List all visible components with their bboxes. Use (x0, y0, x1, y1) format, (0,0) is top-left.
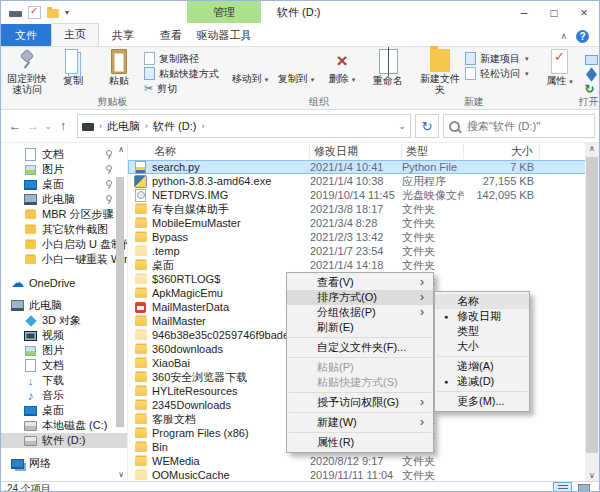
breadcrumb-this-pc[interactable]: 此电脑 (107, 119, 140, 134)
scroll-down-icon[interactable]: ∨ (585, 471, 599, 480)
tab-file[interactable]: 文件 (1, 24, 51, 46)
sidebar-item-网络[interactable]: 网络 (1, 456, 127, 471)
file-row[interactable]: .temp2021/1/7 23:54文件夹 (128, 244, 599, 258)
scrollbar-thumb[interactable] (586, 157, 598, 453)
sidebar-item-其它软件截图[interactable]: 其它软件截图 (1, 222, 127, 237)
file-row[interactable]: search.py2021/1/4 10:41Python File7 KB (128, 160, 599, 174)
drive-icon[interactable] (9, 11, 22, 17)
sidebar-scrollbar[interactable]: ∧ ∨ (114, 143, 126, 481)
ribbon-button[interactable]: 复制到 ▾ (273, 48, 319, 85)
file-row[interactable]: 桌面2021/1/4 14:18文件夹 (128, 258, 599, 272)
sidebar-item-音乐[interactable]: ♪音乐 (1, 388, 127, 403)
menu-item-自定义文件夹(F)...[interactable]: 自定义文件夹(F)... (287, 340, 433, 355)
maximize-button[interactable]: □ (539, 1, 569, 25)
ribbon-button[interactable]: 复制 (50, 48, 96, 86)
sidebar-item-此电脑[interactable]: 此电脑 (1, 298, 127, 313)
scroll-up-icon[interactable]: ∧ (118, 145, 124, 154)
ribbon-button[interactable]: 移动到 ▾ (227, 48, 273, 85)
sidebar-item-小白一键重装 Win10[interactable]: 小白一键重装 Win10 (1, 252, 127, 267)
close-button[interactable]: × (569, 1, 599, 25)
file-row[interactable]: python-3.8.3-amd64.exe2021/1/4 10:38应用程序… (128, 174, 599, 188)
submenu-item-递增(A)[interactable]: 递增(A) (435, 359, 529, 374)
back-icon[interactable]: ← (7, 119, 23, 133)
ribbon-button[interactable]: 粘贴快捷方式 (142, 66, 221, 81)
address-dropdown-caret-icon[interactable]: ⌄ (398, 121, 406, 131)
refresh-button[interactable]: ↻ (415, 114, 439, 138)
tab-drive-tools[interactable]: 驱动器工具 (187, 24, 261, 46)
recent-locations-caret-icon[interactable]: ⌄ (43, 122, 53, 131)
column-header-大小[interactable]: 大小 (464, 144, 540, 159)
submenu-item-修改日期[interactable]: 修改日期● (435, 309, 529, 324)
sidebar-item-本地磁盘 (C:)[interactable]: 本地磁盘 (C:) (1, 418, 127, 433)
scroll-up-icon[interactable]: ∧ (585, 144, 599, 153)
search-input[interactable] (465, 119, 589, 133)
sidebar-item-图片[interactable]: 图片 (1, 162, 127, 177)
sidebar-item-软件 (D:)[interactable]: 软件 (D:) (1, 433, 127, 448)
ribbon-button[interactable]: 复制路径 (142, 51, 221, 66)
minimize-button[interactable]: – (509, 1, 539, 25)
breadcrumb[interactable]: › 此电脑 › 软件 (D:) › ⌄ (77, 114, 411, 138)
tab-share[interactable]: 共享 (99, 24, 147, 46)
ribbon-button[interactable]: 新建项目▾ (463, 51, 531, 66)
menu-item-新建(W)[interactable]: 新建(W)› (287, 415, 433, 430)
details-view-button[interactable] (553, 482, 572, 492)
ribbon-button[interactable]: 打开▾ (583, 51, 600, 66)
tab-home[interactable]: 主页 (51, 23, 99, 46)
file-row[interactable]: 有专自媒体助手2021/3/8 18:17文件夹 (128, 202, 599, 216)
submenu-item-递减(D)[interactable]: 递减(D)● (435, 374, 529, 389)
sidebar-item-OneDrive[interactable]: ☁OneDrive (1, 275, 127, 290)
file-row[interactable]: OOMusicCache2019/11/11 11:04文件夹 (128, 468, 599, 481)
sidebar-item-图片[interactable]: 图片 (1, 343, 127, 358)
properties-shortcut-icon[interactable] (28, 6, 41, 19)
column-header-类型[interactable]: 类型 (402, 144, 464, 159)
sidebar-item-视频[interactable]: 视频 (1, 328, 127, 343)
search-box[interactable] (443, 114, 595, 138)
collapse-ribbon-icon[interactable]: ∧ (560, 31, 567, 41)
menu-item-查看(V)[interactable]: 查看(V)› (287, 275, 433, 290)
sidebar-item-桌面[interactable]: 桌面 (1, 403, 127, 418)
column-header-名称[interactable]: 名称 (128, 144, 310, 159)
sidebar-item-桌面[interactable]: 桌面 (1, 177, 127, 192)
file-row[interactable]: NETDRVS.IMG2019/10/14 11:45光盘映像文件142,095… (128, 188, 599, 202)
file-row[interactable]: MobileEmuMaster2021/3/4 8:28文件夹 (128, 216, 599, 230)
ribbon-button[interactable]: 粘贴 (96, 48, 142, 86)
ribbon-button[interactable]: 属性 ▾ (537, 48, 583, 87)
submenu-item-大小[interactable]: 大小 (435, 339, 529, 354)
sidebar-item-文档[interactable]: 文档 (1, 147, 127, 162)
sidebar-item-小白启动 U 盘制作步[interactable]: 小白启动 U 盘制作步 (1, 237, 127, 252)
ribbon-button[interactable]: 新建文件夹 (417, 48, 463, 95)
submenu-item-名称[interactable]: 名称 (435, 294, 529, 309)
sidebar-item-文档[interactable]: 文档 (1, 358, 127, 373)
menu-item-粘贴快捷方式(S)[interactable]: 粘贴快捷方式(S) (287, 375, 433, 390)
ribbon-button[interactable]: 轻松访问▾ (463, 66, 531, 81)
scrollbar-thumb[interactable] (116, 177, 124, 427)
up-icon[interactable]: ↑ (55, 119, 71, 133)
ribbon-button[interactable]: 重命名 (365, 48, 411, 86)
menu-item-属性(R)[interactable]: 属性(R) (287, 435, 433, 450)
large-icons-view-button[interactable] (574, 482, 593, 492)
ribbon-button[interactable]: ✂剪切 (142, 81, 221, 96)
submenu-item-类型[interactable]: 类型 (435, 324, 529, 339)
contextual-tab-manage[interactable]: 管理 (187, 1, 261, 23)
sidebar-item-3D 对象[interactable]: 3D 对象 (1, 313, 127, 328)
menu-item-分组依据(P)[interactable]: 分组依据(P)› (287, 305, 433, 320)
file-row[interactable]: WEMedia2020/8/12 9:17文件夹 (128, 454, 599, 468)
breadcrumb-drive-d[interactable]: 软件 (D:) (153, 119, 196, 134)
menu-item-授予访问权限(G)[interactable]: 授予访问权限(G)› (287, 395, 433, 410)
new-folder-shortcut-icon[interactable] (47, 9, 59, 18)
scroll-down-icon[interactable]: ∨ (118, 470, 124, 479)
ribbon-button[interactable]: ×删除 ▾ (319, 48, 365, 85)
menu-item-排序方式(O)[interactable]: 排序方式(O)› (287, 290, 433, 305)
filelist-scrollbar[interactable]: ∧ ∨ (585, 143, 599, 481)
ribbon-button[interactable]: ↻历史记录 (583, 81, 600, 96)
forward-icon[interactable]: → (25, 119, 41, 133)
ribbon-button[interactable]: 编辑 (583, 66, 600, 81)
submenu-item-更多(M)...[interactable]: 更多(M)... (435, 394, 529, 409)
column-header-修改日期[interactable]: 修改日期∨ (310, 144, 402, 159)
menu-item-粘贴(P)[interactable]: 粘贴(P) (287, 360, 433, 375)
sidebar-item-下载[interactable]: ↓下载 (1, 373, 127, 388)
help-icon[interactable]: ? (576, 30, 589, 43)
ribbon-button[interactable]: 固定到快速访问 (4, 48, 50, 95)
qat-customize-caret-icon[interactable]: ▾ (65, 8, 69, 17)
menu-item-刷新(E)[interactable]: 刷新(E) (287, 320, 433, 335)
